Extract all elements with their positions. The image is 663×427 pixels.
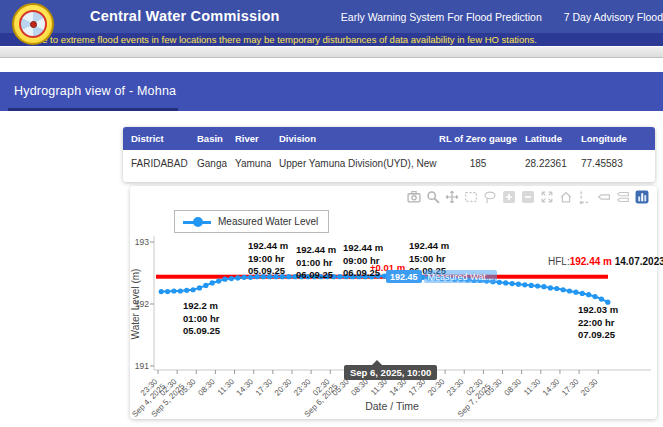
table-cell: 28.22361	[517, 150, 573, 177]
station-table: DistrictBasinRiverDivisionRL of Zero gau…	[123, 127, 655, 177]
nav-7day-advisory-link[interactable]: 7 Day Advisory Flood	[564, 11, 663, 23]
app-header: Central Water Commission Early Warning S…	[0, 0, 663, 33]
hfl-label: HFL:	[548, 256, 570, 267]
svg-text:14:30: 14:30	[235, 377, 256, 398]
lasso-select-icon[interactable]	[483, 190, 497, 204]
alert-marquee-text: Due to extreme flood events in few locat…	[30, 34, 537, 45]
column-header: River	[227, 127, 271, 150]
column-header: Division	[271, 127, 439, 150]
hfl-value: 192.44 m	[570, 256, 612, 267]
legend-label: Measured Water Level	[218, 216, 318, 227]
cwc-logo-emblem	[19, 10, 47, 38]
svg-text:20:30: 20:30	[273, 377, 294, 398]
svg-text:11:30: 11:30	[522, 377, 542, 397]
svg-text:05:30: 05:30	[483, 377, 504, 398]
zoom-out-icon[interactable]	[521, 190, 535, 204]
header-nav: Early Warning System For Flood Predictio…	[341, 0, 663, 33]
legend-item-measured-water-level[interactable]: Measured Water Level	[174, 210, 329, 233]
table-header-row: DistrictBasinRiverDivisionRL of Zero gau…	[123, 127, 655, 150]
svg-text:05:30: 05:30	[177, 377, 198, 398]
hover-label: 192.45 Measured Wat...	[386, 270, 497, 283]
cwc-hydrograph-page: Central Water Commission Early Warning S…	[0, 0, 663, 427]
hfl-annotation: HFL:192.44 m 14.07.2023	[548, 256, 663, 267]
compare-data-on-hover-icon[interactable]	[616, 190, 630, 204]
table-cell: 77.45583	[573, 150, 655, 177]
svg-text:20:30: 20:30	[579, 377, 600, 398]
cwc-logo-icon[interactable]	[12, 3, 54, 45]
legend-marker-icon	[183, 217, 211, 227]
app-title: Central Water Commission	[90, 8, 280, 24]
box-select-icon[interactable]	[464, 190, 478, 204]
table-row: FARIDABADGangaYamunaUpper Yamuna Divisio…	[123, 150, 655, 177]
svg-text:Water Level (m): Water Level (m)	[130, 269, 141, 340]
hover-trace-name: Measured Wat...	[424, 270, 498, 283]
svg-text:17:30: 17:30	[254, 377, 275, 398]
table-cell: Yamuna	[227, 150, 271, 177]
svg-text:23:30: 23:30	[445, 377, 466, 398]
table-cell: Ganga	[189, 150, 227, 177]
column-header: Longitude	[573, 127, 655, 150]
svg-text:08:30: 08:30	[503, 377, 524, 398]
svg-text:08:30: 08:30	[196, 377, 217, 398]
station-info-card: DistrictBasinRiverDivisionRL of Zero gau…	[123, 127, 655, 182]
svg-text:11:30: 11:30	[216, 377, 236, 397]
reset-axes-icon[interactable]	[559, 190, 573, 204]
data-point-annotation: 192.2 m 01:00 hr 05.09.25	[183, 300, 220, 338]
download-png-icon[interactable]	[407, 190, 421, 204]
data-point-annotation: 192.44 m 19:00 hr 05.09.25	[248, 240, 288, 278]
table-cell: FARIDABAD	[123, 150, 189, 177]
pan-icon[interactable]	[445, 190, 459, 204]
tab-indicator	[8, 108, 178, 111]
show-closest-on-hover-icon[interactable]	[597, 190, 611, 204]
table-cell: 185	[439, 150, 517, 177]
autoscale-icon[interactable]	[540, 190, 554, 204]
x-axis-tooltip: Sep 6, 2025, 10:00	[344, 365, 437, 380]
column-header: Basin	[189, 127, 227, 150]
alert-marquee: Due to extreme flood events in few locat…	[0, 33, 663, 46]
section-titlebar: Hydrograph view of - Mohna	[0, 72, 663, 111]
svg-text:Date / Time: Date / Time	[365, 400, 419, 412]
table-cell: Upper Yamuna Division(UYD), New Delhi	[271, 150, 439, 177]
hover-y-value: 192.45	[386, 270, 422, 283]
column-header: Latitude	[517, 127, 573, 150]
svg-text:14:30: 14:30	[541, 377, 562, 398]
svg-text:191: 191	[135, 361, 149, 371]
zoom-icon[interactable]	[426, 190, 440, 204]
svg-text:17:30: 17:30	[560, 377, 581, 398]
hfl-date: 14.07.2023	[615, 256, 663, 267]
hydrograph-card: Measured Water Level 191192193Water Leve…	[130, 186, 657, 419]
data-point-annotation: 192.03 m 22:00 hr 07.09.25	[578, 304, 618, 342]
page-title: Hydrograph view of - Mohna	[14, 84, 176, 98]
plotly-logo-icon[interactable]	[635, 190, 649, 204]
data-point-annotation: 192.44 m 09:00 hr 06.09.25	[343, 242, 383, 280]
column-header: RL of Zero gauge	[439, 127, 517, 150]
chart-modebar	[407, 190, 649, 204]
toggle-spikelines-icon[interactable]	[578, 190, 592, 204]
data-point-annotation: 192.44 m 01:00 hr 06.09.25	[296, 244, 336, 282]
nav-early-warning-link[interactable]: Early Warning System For Flood Predictio…	[341, 11, 542, 23]
svg-text:23:30: 23:30	[292, 377, 313, 398]
svg-text:193: 193	[135, 237, 149, 247]
header-divider	[0, 47, 663, 58]
zoom-in-icon[interactable]	[502, 190, 516, 204]
column-header: District	[123, 127, 189, 150]
